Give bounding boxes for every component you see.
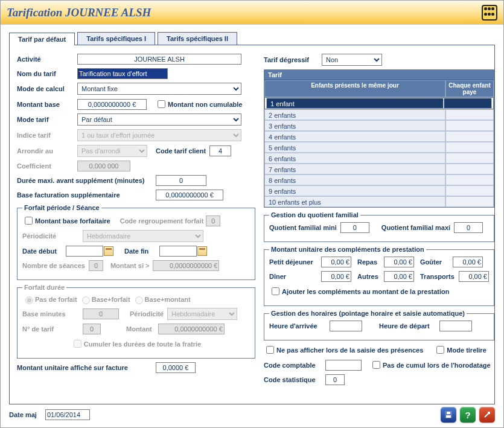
activite-label: Activité: [17, 56, 77, 63]
tabstrip: Tarif par défaut Tarifs spécifiques I Ta…: [1, 25, 503, 45]
date-debut-field[interactable]: [66, 246, 103, 257]
tarif-row[interactable]: 10 enfants et plus: [264, 196, 494, 207]
pas-de-cumul-check[interactable]: [372, 361, 380, 369]
ne-pas-afficher-label: Ne pas afficher lors de la saisie des pr…: [276, 347, 423, 354]
mode-tarif-select[interactable]: Par défaut: [77, 113, 241, 126]
forfait-duree-opt2: [82, 296, 90, 304]
tarif-row-label: 1 enfant: [266, 98, 444, 109]
activite-field[interactable]: [77, 54, 241, 65]
montant-base-forfaitaire-label: Montant base forfaitaire: [35, 217, 110, 225]
tarif-degressif-select[interactable]: Non: [322, 54, 382, 66]
date-fin-field[interactable]: [159, 246, 197, 257]
tarif-row-value: [445, 131, 494, 142]
tab-tarif-defaut[interactable]: Tarif par défaut: [9, 33, 75, 45]
heure-arrivee-field[interactable]: [330, 321, 362, 331]
ajouter-complements-label: Ajouter les compléments au montant de la…: [282, 288, 450, 295]
tarif-row-value: [445, 120, 494, 131]
ne-pas-afficher-check[interactable]: [266, 346, 274, 354]
tarif-row-label: 5 enfants: [264, 142, 445, 153]
svg-rect-2: [447, 412, 450, 414]
tarif-row[interactable]: 4 enfants: [264, 131, 494, 142]
date-fin-calendar-icon[interactable]: [197, 246, 207, 256]
mode-calcul-select[interactable]: Montant fixe: [77, 83, 241, 95]
heure-depart-label: Heure de départ: [379, 322, 439, 330]
tarif-row[interactable]: 1 enfant: [264, 97, 494, 109]
mode-tirelire-check[interactable]: [436, 346, 444, 354]
montant-unitaire-facture-field[interactable]: [156, 362, 196, 373]
heure-arrivee-label: Heure d'arrivée: [269, 322, 330, 330]
montant-non-cumulable-label: Montant non cumulable: [168, 101, 242, 108]
periodicite-select: Hebdomadaire: [83, 230, 203, 242]
date-fin-label: Date fin: [124, 248, 159, 255]
titlebar: Tarification JOURNEE ALSH: [1, 1, 503, 25]
montant-base-forfaitaire-check[interactable]: [25, 217, 33, 225]
code-comptable-field[interactable]: [325, 360, 362, 371]
periodicite2-select: Hebdomadaire: [167, 308, 237, 320]
tarif-row[interactable]: 5 enfants: [264, 142, 494, 153]
tarif-rows: 1 enfant2 enfants3 enfants4 enfants5 enf…: [264, 97, 494, 207]
diner-field[interactable]: [321, 271, 351, 282]
nb-seances-field: [89, 260, 103, 271]
base-fact-supp-field[interactable]: [156, 190, 223, 200]
qf-maxi-label: Quotient familial maxi: [381, 224, 450, 231]
help-button[interactable]: ?: [460, 407, 476, 423]
tarif-row-label: 2 enfants: [264, 109, 445, 120]
transports-field[interactable]: [459, 271, 489, 282]
qf-maxi-field[interactable]: [454, 222, 483, 233]
tarif-row[interactable]: 8 enfants: [264, 174, 494, 185]
forfait-duree-opt3-label: Base+montant: [145, 296, 191, 303]
autres-field[interactable]: [384, 271, 414, 282]
nom-tarif-field[interactable]: [77, 68, 168, 79]
montant-non-cumulable-check[interactable]: [158, 100, 165, 108]
date-debut-calendar-icon[interactable]: [104, 246, 113, 256]
code-regroupement-label: Code regroupement forfait: [120, 217, 204, 225]
tab-page: Activité Nom du tarif Mode de calcul Mon…: [9, 45, 495, 404]
tarif-row-value: [445, 185, 494, 196]
code-regroupement-field: [206, 216, 220, 226]
duree-maxi-label: Durée maxi. avant supplément (minutes): [17, 177, 156, 184]
duree-maxi-field[interactable]: [156, 175, 206, 186]
date-debut-label: Date début: [22, 248, 66, 255]
forfait-montant-field: [158, 324, 225, 334]
exit-button[interactable]: [479, 407, 495, 423]
repas-field[interactable]: [384, 257, 414, 267]
tarif-row-label: 9 enfants: [264, 185, 445, 196]
code-tarif-client-field[interactable]: [209, 145, 231, 156]
save-button[interactable]: [441, 407, 456, 423]
date-maj-field[interactable]: [45, 409, 90, 420]
tab-tarifs-spec-1[interactable]: Tarifs spécifiques I: [77, 32, 155, 45]
ajouter-complements-check[interactable]: [272, 287, 279, 295]
forfait-duree-opt2-label: Base+forfait: [92, 296, 130, 303]
tarif-row[interactable]: 7 enfants: [264, 164, 494, 174]
n-tarif-label: N° de tarif: [22, 325, 83, 333]
qf-mini-field[interactable]: [340, 222, 369, 233]
heure-depart-field[interactable]: [439, 321, 472, 331]
horaires-fieldset: Gestion des horaires (pointage horaire e…: [264, 310, 494, 340]
repas-label: Repas: [357, 258, 384, 266]
gouter-field[interactable]: [453, 257, 483, 267]
nom-tarif-label: Nom du tarif: [17, 70, 77, 77]
app-icon: [482, 5, 497, 21]
gestion-qf-fieldset: Gestion du quotient familial Quotient fa…: [264, 211, 494, 242]
petit-dej-field[interactable]: [321, 257, 351, 267]
forfait-duree-opt3: [135, 296, 143, 304]
coefficient-field: [77, 161, 130, 171]
tarif-row-value: [445, 153, 494, 164]
tarif-row[interactable]: 9 enfants: [264, 185, 494, 196]
montant-base-field[interactable]: [77, 99, 147, 110]
tarif-row-label: 8 enfants: [264, 174, 445, 185]
code-statistique-field[interactable]: [325, 374, 345, 385]
tarif-row[interactable]: 6 enfants: [264, 153, 494, 164]
diner-label: Dîner: [269, 273, 321, 280]
mode-tarif-label: Mode tarif: [17, 116, 77, 123]
forfait-duree-opt1-label: Pas de forfait: [35, 296, 77, 303]
arrondir-label: Arrondir au: [17, 147, 77, 155]
code-statistique-label: Code statistique: [264, 376, 325, 383]
tarif-row-label: 10 enfants et plus: [264, 196, 445, 207]
cumuler-check: [74, 340, 81, 348]
tarif-row[interactable]: 3 enfants: [264, 120, 494, 131]
tab-tarifs-spec-2[interactable]: Tarifs spécifiques II: [158, 32, 237, 45]
forfait-periode-legend: Forfait période / Séance: [22, 204, 101, 211]
tarif-row[interactable]: 2 enfants: [264, 109, 494, 120]
forfait-duree-fieldset: Forfait durée Pas de forfait Base+forfai…: [17, 284, 255, 359]
